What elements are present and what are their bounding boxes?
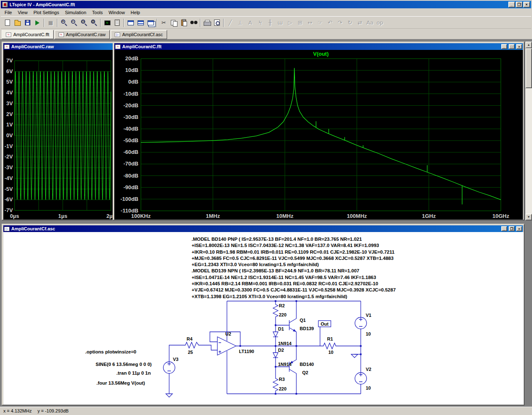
label-r4-value[interactable]: 25 [188, 350, 193, 355]
label-d2-value[interactable]: 1N914 [278, 362, 292, 367]
menu-plot-settings[interactable]: Plot Settings [30, 9, 62, 16]
menu-simulation[interactable]: Simulation [62, 9, 89, 16]
spice-model-text[interactable]: .MODEL BD140 PNP ( IS=2.9537E-13 BF=201.… [192, 236, 396, 300]
zoom-out-icon[interactable]: − [69, 17, 79, 28]
title-bar[interactable]: LTspice IV - AmpliCourantC.fft _ ❐ × [1, 1, 531, 8]
label-q2-name[interactable]: Q2 [302, 370, 308, 375]
copy-icon[interactable] [169, 17, 179, 28]
scroll-up-button[interactable]: ▲ [525, 42, 532, 48]
fft-plot[interactable]: 20dB10dB0dB-10dB-20dB-30dB-40dB-50dB-60d… [114, 50, 523, 220]
directive-sine[interactable]: SINE(0 6 13.56meg 0 0 0) [96, 362, 152, 367]
find-icon [190, 20, 197, 25]
label-r2-name[interactable]: R2 [279, 303, 285, 308]
menu-bar: FileViewPlot SettingsSimulationToolsWind… [1, 8, 531, 16]
directive-four[interactable]: .four 13.56Meg V(out) [96, 380, 145, 385]
halt-icon: ■ [46, 17, 56, 28]
directive-tran[interactable]: .tran 0 11µ 0 1n [116, 371, 151, 375]
mdi-vertical-scrollbar[interactable]: ▲ ▼ [525, 42, 532, 220]
svg-text:1V: 1V [6, 121, 13, 128]
toolbar-separator [57, 19, 58, 27]
fft-title-bar[interactable]: AmpliCourantC.fft _ □ × [114, 43, 523, 50]
zoom-full-extents-icon[interactable]: ⊡ [89, 17, 99, 28]
label-q2-value[interactable]: BD140 [300, 362, 314, 367]
tab-amplicourantc.raw[interactable]: AmpliCourantC.raw [54, 30, 110, 39]
spice-netlist-icon[interactable] [112, 17, 122, 28]
paste-icon[interactable] [179, 17, 189, 28]
schematic-labels: R2 220 Q1 BD139 D1 1N914 D2 1N914 BD140 … [85, 303, 371, 391]
asc-title-bar[interactable]: AmpliCourantCf.asc _ ❐ × [3, 225, 523, 232]
label-r1-name[interactable]: R1 [327, 336, 333, 341]
undo-icon: ↶ [328, 19, 332, 26]
label-q1-name[interactable]: Q1 [300, 318, 306, 323]
label-v3-name[interactable]: V3 [173, 357, 178, 362]
fft-close-button[interactable]: × [516, 44, 522, 49]
label-u2-value[interactable]: LT1190 [239, 349, 254, 354]
svg-text:-6V: -6V [5, 196, 13, 203]
label-d2-name[interactable]: D2 [278, 348, 284, 353]
cut-icon[interactable]: ✂ [159, 17, 169, 28]
label-r3-value[interactable]: 220 [279, 386, 286, 391]
print-preview-icon[interactable] [212, 17, 222, 28]
label-r4-name[interactable]: R4 [187, 336, 193, 341]
fft-plot-canvas[interactable]: 20dB10dB0dB-10dB-20dB-30dB-40dB-50dB-60d… [114, 50, 523, 220]
new-schematic-icon[interactable] [2, 17, 12, 28]
raw-plot[interactable]: 7V6V5V4V3V2V1V0V-1V-2V-3V-4V-5V-6V-7V0µs… [3, 50, 114, 220]
run-icon[interactable] [32, 17, 42, 28]
label-d1-name[interactable]: D1 [278, 326, 284, 331]
scrollbar-thumb[interactable] [525, 48, 532, 88]
label-v2-name[interactable]: V2 [366, 367, 371, 372]
inductor-icon: ɯ [275, 17, 285, 28]
fft-minimize-button[interactable]: _ [501, 44, 507, 49]
minimize-button[interactable]: _ [508, 2, 515, 7]
label-v1-name[interactable]: V1 [366, 313, 371, 318]
scroll-down-button[interactable]: ▼ [525, 214, 532, 220]
autorange-y-icon[interactable] [102, 17, 112, 28]
menu-file[interactable]: File [2, 9, 15, 16]
tile-vertically-icon[interactable] [126, 17, 135, 28]
close-button[interactable]: × [523, 2, 530, 7]
cascade-windows-icon [148, 20, 154, 25]
svg-text:7V: 7V [6, 57, 13, 64]
svg-text:-3V: -3V [5, 164, 13, 170]
label-d1-value[interactable]: 1N914 [278, 341, 292, 346]
zoom-in-icon[interactable]: + [59, 17, 69, 28]
svg-text:10GHz: 10GHz [493, 213, 510, 219]
tile-horizontally-icon[interactable] [135, 17, 145, 28]
label-v1-value[interactable]: 10 [366, 331, 371, 336]
asc-close-button[interactable]: × [516, 226, 522, 231]
label-r3-name[interactable]: R3 [279, 377, 285, 382]
schematic-area[interactable]: .MODEL BD140 PNP ( IS=2.9537E-13 BF=201.… [3, 232, 524, 405]
print-icon [204, 20, 210, 26]
label-r2-value[interactable]: 220 [279, 312, 286, 317]
directive-options[interactable]: .options plotwinsize=0 [85, 349, 136, 354]
menu-help[interactable]: Help [128, 9, 143, 16]
save-icon[interactable] [22, 17, 32, 28]
out-port-flag[interactable]: Out [321, 321, 329, 326]
restore-button[interactable]: ❐ [516, 2, 522, 7]
run-icon [35, 20, 39, 25]
menu-window[interactable]: Window [106, 9, 128, 16]
capacitor-icon: ╫ [265, 17, 275, 28]
raw-title-bar[interactable]: AmpliCourantC.raw [3, 43, 114, 50]
label-u2-name[interactable]: U2 [225, 331, 231, 336]
raw-plot-canvas[interactable]: 7V6V5V4V3V2V1V0V-1V-2V-3V-4V-5V-6V-7V0µs… [3, 50, 115, 220]
zoom-area-icon[interactable]: ▭ [79, 17, 89, 28]
open-icon[interactable] [12, 17, 22, 28]
tab-amplicourantc.fft[interactable]: AmpliCourantC.fft [2, 30, 54, 39]
menu-tools[interactable]: Tools [89, 9, 106, 16]
find-icon[interactable] [189, 17, 199, 28]
mdi-area: AmpliCourantC.raw 7V6V5V4V3V2V1V0V-1V-2V… [0, 39, 532, 406]
fft-maximize-button[interactable]: □ [509, 44, 515, 49]
print-icon[interactable] [202, 17, 212, 28]
menu-view[interactable]: View [15, 9, 31, 16]
label-r1-value[interactable]: 10 [328, 350, 333, 355]
asc-restore-button[interactable]: ❐ [509, 226, 515, 231]
label-v2-value[interactable]: 10 [366, 385, 371, 390]
open-icon [15, 21, 21, 26]
cascade-windows-icon[interactable] [145, 17, 155, 28]
asc-minimize-button[interactable]: _ [501, 226, 507, 231]
scrollbar-track[interactable] [525, 48, 532, 214]
label-q1-value[interactable]: BD139 [300, 326, 314, 331]
svg-text:0µs: 0µs [10, 213, 19, 219]
tab-amplicourantcf.asc[interactable]: AmpliCourantCf.asc [111, 30, 167, 39]
